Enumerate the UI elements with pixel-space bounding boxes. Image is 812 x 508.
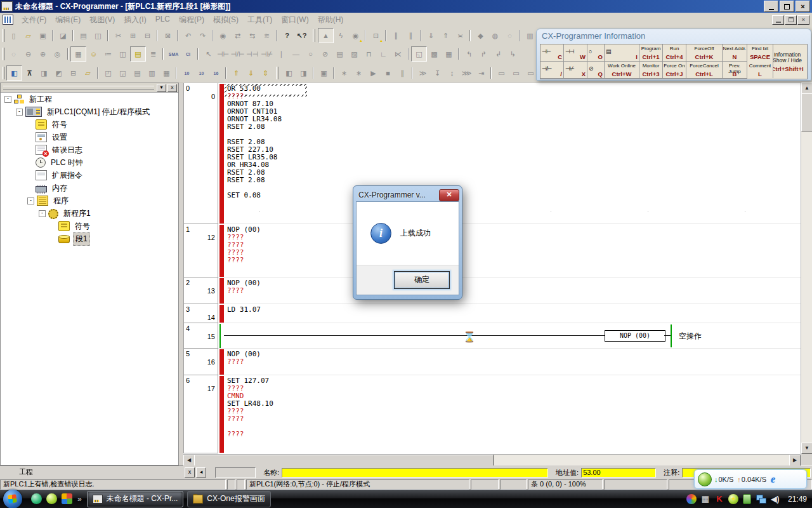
tree-expander[interactable]: -	[16, 109, 23, 116]
tree-item[interactable]: PLC 时钟	[1, 156, 178, 169]
scroll-down-button[interactable]: ▼	[801, 443, 812, 454]
compare-window-button[interactable]: ◩	[51, 66, 66, 80]
restore-button[interactable]	[780, 1, 794, 12]
rung-body[interactable]: LD 31.07	[218, 304, 801, 323]
io-comment-button[interactable]: ◱	[411, 46, 427, 62]
tree-item[interactable]: 段1	[1, 232, 178, 245]
pause-monitor-button[interactable]: ∗	[337, 66, 351, 80]
field-bar-back-button[interactable]: ◂	[196, 467, 206, 478]
replace-button[interactable]: ⇄	[230, 29, 245, 43]
tree-item-label[interactable]: 程序	[51, 195, 70, 207]
rung-margin[interactable]: 3 14	[183, 304, 218, 323]
dialog-close-button[interactable]: ✕	[439, 189, 459, 201]
panel-pin-button[interactable]: ▾	[157, 84, 166, 92]
ladder-rows[interactable]: 0 0 OR 53.00????ORNOT 87.10ORNOT CNT101O…	[183, 83, 801, 453]
tree-expander[interactable]	[27, 135, 33, 140]
monitor-window-button[interactable]: ◧	[282, 66, 296, 80]
rung-margin[interactable]: 0 0	[183, 83, 218, 224]
toolbar-grip[interactable]	[2, 48, 5, 60]
find-bit-button[interactable]: ⇆	[245, 29, 259, 43]
tree-item[interactable]: 符号	[1, 118, 178, 131]
tree-item-label[interactable]: 设置	[50, 131, 69, 144]
address-reference-button[interactable]: ≋	[259, 29, 274, 43]
panel-grip[interactable]	[3, 86, 154, 90]
jump-next-output-button[interactable]: ↲	[491, 47, 506, 61]
menu-item[interactable]: 编程(P)	[179, 15, 204, 25]
nop-instruction-box[interactable]: NOP (00)	[605, 330, 665, 342]
auto-online-button[interactable]: ϟ	[334, 29, 348, 43]
mnemonic-line[interactable]: RSET 2.08	[227, 176, 265, 184]
rung-body[interactable]: NOP (00)????????????????	[218, 224, 801, 277]
new-vertical-button[interactable]: ∣	[274, 47, 289, 61]
new-instruction-button[interactable]: ▤	[332, 47, 347, 61]
browser-icon[interactable]: e	[771, 474, 775, 485]
new-or-contact-not-button[interactable]: ⊣⊬	[259, 47, 274, 61]
close-button[interactable]: ×	[796, 1, 810, 12]
compare-with-plc-button[interactable]: ≍	[453, 29, 468, 43]
menu-item[interactable]: PLC	[155, 15, 170, 25]
tree-item[interactable]: - 程序	[1, 194, 178, 207]
toolbar-grip[interactable]	[2, 67, 5, 79]
ci-view-button[interactable]: CI	[181, 47, 195, 61]
show-comments-button[interactable]: ☺	[86, 47, 101, 61]
print-setup-button[interactable]: ◪	[56, 29, 70, 43]
scroll-left-button[interactable]: ◀	[183, 455, 195, 466]
new-inverted-instruction-button[interactable]: ▨	[347, 47, 362, 61]
tree-item[interactable]: 错误日志	[1, 144, 178, 156]
rung-margin[interactable]: 4 15	[183, 323, 218, 349]
new-coil-not-button[interactable]: ⊘	[318, 47, 332, 61]
address-value-input[interactable]	[581, 468, 656, 478]
continue-button[interactable]: ⋙	[459, 66, 474, 80]
data-table-button[interactable]: ▦	[159, 66, 174, 80]
horizontal-scroll-thumb[interactable]	[194, 455, 494, 466]
mnemonic-line[interactable]: ????	[227, 256, 244, 264]
mnemonic-tree-button[interactable]: ≣	[146, 47, 160, 61]
input-method-tray-icon[interactable]: ▦	[700, 494, 710, 504]
start-button[interactable]	[3, 490, 22, 508]
mnemonic-line[interactable]: ????	[227, 358, 244, 366]
vertical-scroll-thumb[interactable]	[801, 93, 812, 131]
rung-body[interactable]: NOP (00)????	[218, 277, 801, 304]
tree-expander[interactable]	[27, 122, 33, 128]
mdi-close-button[interactable]: ×	[797, 15, 809, 25]
properties-button[interactable]: ▱	[81, 66, 95, 80]
panel-close-button[interactable]: x	[167, 84, 177, 92]
pause-simulator-button[interactable]: ∥	[389, 29, 403, 43]
force-cancel-button[interactable]: ⇕	[258, 66, 273, 80]
menu-item[interactable]: 窗口(W)	[281, 15, 308, 25]
network-speed-widget[interactable]: ↓ 0K/S ↑ 0.04K/S e	[694, 469, 807, 489]
address-comment-button[interactable]: ◲	[115, 66, 130, 80]
context-help-button[interactable]: ↖?	[294, 29, 309, 43]
undo-button[interactable]: ↶	[181, 29, 195, 43]
new-return-button[interactable]: ∟	[376, 47, 391, 61]
tree-expander[interactable]	[50, 236, 56, 242]
messenger-icon[interactable]	[31, 493, 42, 504]
mnemonic-line[interactable]: RSET 2.08	[227, 123, 265, 131]
tree-item[interactable]: - 新PLC1[CQM1] 停止/程序模式	[1, 105, 178, 118]
rung-margin[interactable]: 1 12	[183, 224, 218, 277]
mdi-document-icon[interactable]	[3, 15, 13, 25]
jump-previous-reference-button[interactable]: ↱	[476, 47, 491, 61]
taskbar-button-cx-programmer[interactable]: 未命名標題 - CX-Pr...	[87, 491, 184, 507]
horizontal-scrollbar[interactable]: ◀ ▶	[183, 454, 801, 465]
menu-item[interactable]: 文件(F)	[22, 15, 46, 25]
menu-item[interactable]: 帮助(H)	[318, 15, 344, 25]
rung-margin[interactable]: 2 13	[183, 277, 218, 304]
volume-tray-icon[interactable]: ◀)	[770, 494, 780, 504]
tree-item-label[interactable]: 新PLC1[CQM1] 停止/程序模式	[45, 106, 152, 118]
print-preview-button[interactable]: ◫	[91, 29, 105, 43]
force-off-button[interactable]: ⇓	[244, 66, 258, 80]
tree-item-label[interactable]: 段1	[73, 232, 90, 246]
redo-button[interactable]: ↷	[195, 29, 210, 43]
zoom-100-button[interactable]: ◎	[50, 47, 65, 61]
tree-item-label[interactable]: 新程序1	[62, 208, 93, 220]
save-button[interactable]: ▣	[36, 29, 50, 43]
minimize-button[interactable]	[764, 1, 778, 12]
vertical-scrollbar[interactable]: ▲ ▼	[801, 83, 812, 454]
transfer-window-button[interactable]: ◨	[37, 66, 51, 80]
mdi-minimize-button[interactable]	[772, 15, 784, 25]
select-mode-button[interactable]: ↖	[201, 47, 216, 61]
mnemonic-line[interactable]: SET 0.08	[227, 191, 261, 199]
new-contact-not-button[interactable]: ⊣/⊢	[230, 47, 245, 61]
force-on-button[interactable]: ⇑	[229, 66, 244, 80]
